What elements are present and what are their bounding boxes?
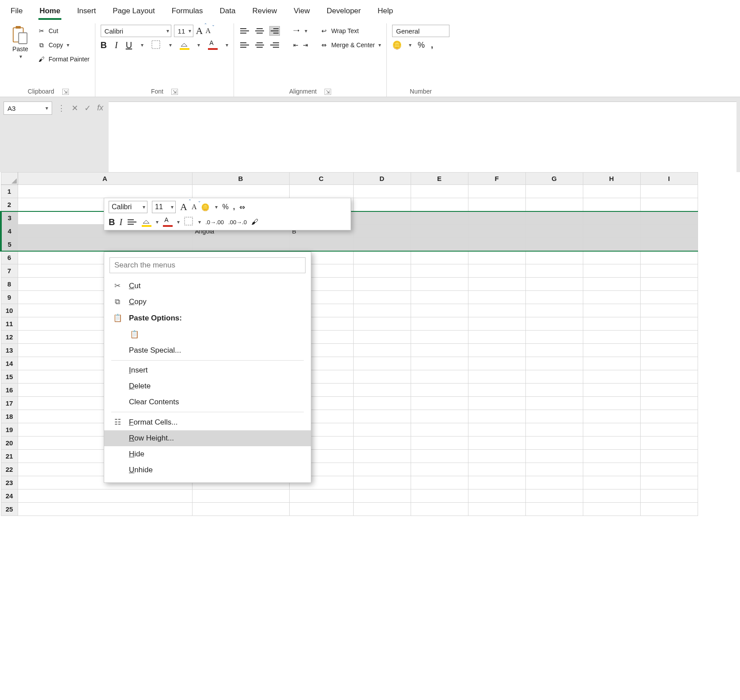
cell-E5[interactable] bbox=[411, 238, 468, 251]
cell-H5[interactable] bbox=[583, 238, 640, 251]
row-header-25[interactable]: 25 bbox=[1, 503, 18, 516]
chevron-down-icon[interactable]: ▾ bbox=[378, 42, 381, 48]
cell-G8[interactable] bbox=[525, 278, 583, 291]
dialog-launcher-icon[interactable]: ⇲ bbox=[62, 89, 69, 95]
cancel-icon[interactable]: ✕ bbox=[72, 103, 78, 113]
cell-D4[interactable] bbox=[353, 225, 411, 238]
row-header-11[interactable]: 11 bbox=[1, 317, 18, 331]
ctx-paste-button[interactable]: 📋 bbox=[104, 326, 311, 342]
cell-E4[interactable] bbox=[411, 225, 468, 238]
context-menu-search[interactable]: Search the menus bbox=[109, 257, 306, 273]
cell-I11[interactable] bbox=[640, 317, 698, 331]
cell-F15[interactable] bbox=[468, 370, 525, 384]
align-right-icon[interactable] bbox=[269, 40, 280, 50]
cell-E21[interactable] bbox=[411, 450, 468, 463]
row-header-21[interactable]: 21 bbox=[1, 450, 18, 463]
cell-A25[interactable] bbox=[18, 503, 192, 516]
cell-D7[interactable] bbox=[353, 264, 411, 278]
cell-E11[interactable] bbox=[411, 317, 468, 331]
cell-E23[interactable] bbox=[411, 476, 468, 489]
borders-icon[interactable] bbox=[151, 40, 160, 50]
cell-I16[interactable] bbox=[640, 384, 698, 397]
chevron-down-icon[interactable]: ▾ bbox=[409, 42, 412, 48]
cell-H14[interactable] bbox=[583, 357, 640, 370]
comma-icon[interactable]: , bbox=[233, 203, 235, 211]
wrap-text-button[interactable]: ↩ Wrap Text bbox=[320, 25, 381, 37]
cell-I25[interactable] bbox=[640, 503, 698, 516]
accounting-format-icon[interactable]: 🪙 bbox=[392, 40, 402, 50]
cell-I23[interactable] bbox=[640, 476, 698, 489]
ctx-copy[interactable]: ⧉ Copy bbox=[104, 294, 311, 310]
row-header-18[interactable]: 18 bbox=[1, 410, 18, 423]
decrease-decimal-icon[interactable]: .00→.0 bbox=[228, 219, 247, 226]
cell-E7[interactable] bbox=[411, 264, 468, 278]
col-header-H[interactable]: H bbox=[583, 173, 640, 185]
cell-F5[interactable] bbox=[468, 238, 525, 251]
cell-I7[interactable] bbox=[640, 264, 698, 278]
row-header-9[interactable]: 9 bbox=[1, 291, 18, 304]
align-left-icon[interactable] bbox=[239, 40, 250, 50]
ctx-row-height[interactable]: Row Height... bbox=[104, 430, 311, 446]
row-header-4[interactable]: 4 bbox=[1, 225, 18, 238]
row-header-13[interactable]: 13 bbox=[1, 344, 18, 357]
ctx-unhide[interactable]: Unhide bbox=[104, 462, 311, 478]
cell-H21[interactable] bbox=[583, 450, 640, 463]
tab-home[interactable]: Home bbox=[37, 4, 63, 20]
cell-D25[interactable] bbox=[353, 503, 411, 516]
fx-icon[interactable]: fx bbox=[97, 103, 103, 113]
cell-H17[interactable] bbox=[583, 397, 640, 410]
row-header-1[interactable]: 1 bbox=[1, 185, 18, 198]
cell-H25[interactable] bbox=[583, 503, 640, 516]
cell-H22[interactable] bbox=[583, 463, 640, 476]
cell-H15[interactable] bbox=[583, 370, 640, 384]
cell-F19[interactable] bbox=[468, 423, 525, 437]
ctx-hide[interactable]: Hide bbox=[104, 446, 311, 462]
col-header-B[interactable]: B bbox=[192, 173, 289, 185]
dialog-launcher-icon[interactable]: ⇲ bbox=[171, 89, 178, 95]
chevron-down-icon[interactable]: ▾ bbox=[215, 204, 218, 210]
cell-D13[interactable] bbox=[353, 344, 411, 357]
cell-C1[interactable] bbox=[289, 185, 353, 198]
increase-indent-icon[interactable]: ⇥ bbox=[303, 41, 308, 49]
tab-view[interactable]: View bbox=[291, 4, 313, 20]
chevron-down-icon[interactable]: ▾ bbox=[19, 53, 22, 60]
cell-D10[interactable] bbox=[353, 304, 411, 317]
fill-color-button[interactable] bbox=[142, 219, 151, 225]
cell-F6[interactable] bbox=[468, 251, 525, 264]
cell-I13[interactable] bbox=[640, 344, 698, 357]
cell-B5[interactable] bbox=[192, 238, 289, 251]
cell-G14[interactable] bbox=[525, 357, 583, 370]
font-color-button[interactable] bbox=[208, 42, 217, 48]
chevron-down-icon[interactable]: ▾ bbox=[67, 42, 69, 48]
cell-D22[interactable] bbox=[353, 463, 411, 476]
align-bottom-icon[interactable] bbox=[269, 26, 280, 36]
row-header-14[interactable]: 14 bbox=[1, 357, 18, 370]
cell-I3[interactable] bbox=[640, 211, 698, 225]
cell-H4[interactable] bbox=[583, 225, 640, 238]
cell-H19[interactable] bbox=[583, 423, 640, 437]
cell-G2[interactable] bbox=[525, 198, 583, 211]
cell-G6[interactable] bbox=[525, 251, 583, 264]
cell-D15[interactable] bbox=[353, 370, 411, 384]
cell-B1[interactable] bbox=[192, 185, 289, 198]
increase-decimal-icon[interactable]: .0→.00 bbox=[205, 219, 224, 226]
font-color-button[interactable] bbox=[163, 219, 172, 225]
select-all-corner[interactable] bbox=[1, 173, 18, 185]
cell-E22[interactable] bbox=[411, 463, 468, 476]
borders-icon[interactable] bbox=[184, 217, 193, 227]
cell-G22[interactable] bbox=[525, 463, 583, 476]
align-top-icon[interactable] bbox=[239, 26, 250, 36]
chevron-down-icon[interactable]: ▾ bbox=[198, 219, 201, 225]
cell-E8[interactable] bbox=[411, 278, 468, 291]
cell-H20[interactable] bbox=[583, 437, 640, 450]
cell-G12[interactable] bbox=[525, 331, 583, 344]
percent-icon[interactable]: % bbox=[418, 41, 425, 50]
chevron-down-icon[interactable]: ▾ bbox=[177, 219, 180, 225]
cell-D19[interactable] bbox=[353, 423, 411, 437]
cell-F8[interactable] bbox=[468, 278, 525, 291]
chevron-down-icon[interactable]: ▾ bbox=[197, 42, 200, 48]
cell-H3[interactable] bbox=[583, 211, 640, 225]
cell-D9[interactable] bbox=[353, 291, 411, 304]
row-header-20[interactable]: 20 bbox=[1, 437, 18, 450]
cell-G3[interactable] bbox=[525, 211, 583, 225]
